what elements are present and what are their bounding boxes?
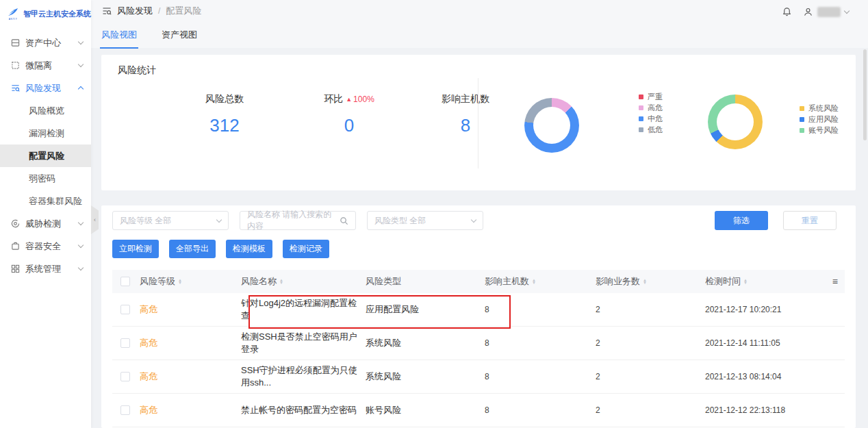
user-menu[interactable] [803, 7, 849, 17]
detect-record-button[interactable]: 检测记录 [283, 240, 329, 258]
risk-type: 系统风险 [366, 337, 485, 349]
risk-name[interactable]: 禁止帐号的密码配置为空密码 [241, 404, 366, 416]
sidebar-item-threat-detection[interactable]: 威胁检测 [0, 212, 91, 235]
delta-value: 100% [353, 95, 374, 104]
sidebar-subitem-config-risk[interactable]: 配置风险 [0, 144, 91, 167]
risk-level-badge: 高危 [140, 370, 241, 383]
header-risk-name[interactable]: 风险名称▲▼ [241, 275, 366, 288]
risk-level-badge: 高危 [140, 303, 241, 316]
risk-type-legend: 系统风险 应用风险 账号风险 [800, 104, 839, 134]
breadcrumb-section[interactable]: 风险发现 [117, 5, 153, 17]
detect-template-button[interactable]: 检测模板 [226, 240, 272, 258]
app-screen: ANTIY 智甲云主机安全系统 资产中心 微隔离 [0, 0, 868, 428]
legend-marker [639, 116, 643, 121]
stats-title: 风险统计 [118, 64, 156, 77]
select-all-checkbox[interactable] [120, 277, 130, 286]
reset-button[interactable]: 重置 [783, 211, 837, 230]
sidebar-item-asset-center[interactable]: 资产中心 [0, 32, 91, 54]
filter-button[interactable]: 筛选 [715, 211, 768, 230]
legend-item-low[interactable]: 低危 [639, 125, 663, 134]
sort-icon[interactable]: ▲▼ [178, 279, 182, 284]
detect-now-button[interactable]: 立即检测 [112, 240, 159, 258]
affected-hosts-count: 8 [485, 338, 596, 348]
header-label: 风险类型 [366, 275, 401, 288]
sort-icon[interactable]: ▲▼ [643, 279, 647, 284]
sidebar-item-label: 微隔离 [25, 60, 73, 72]
affected-services-count: 2 [596, 305, 705, 314]
stat-value: 8 [411, 115, 520, 136]
risk-level-donut-chart[interactable] [524, 98, 579, 153]
table-row[interactable]: 高危 针对Log4j2的远程漏洞配置检查 应用配置风险 8 2 2021-12-… [112, 293, 845, 327]
notification-bell-icon[interactable] [782, 7, 792, 17]
legend-marker [639, 95, 643, 99]
view-tabs: 风险视图 资产视图 [100, 25, 199, 49]
header-risk-level[interactable]: 风险等级▲▼ [140, 275, 241, 288]
legend-label: 高危 [648, 103, 663, 113]
row-checkbox[interactable] [120, 405, 130, 415]
chevron-down-icon [216, 216, 222, 222]
risk-type-donut-chart[interactable] [708, 95, 763, 149]
export-all-button[interactable]: 全部导出 [169, 240, 216, 258]
header-detect-time[interactable]: 检测时间▲▼ [705, 275, 831, 288]
sort-icon[interactable]: ▲▼ [743, 279, 748, 284]
legend-label: 账号风险 [808, 125, 839, 136]
table-row[interactable]: 高危 SSH守护进程必须配置为只使用ssh... 系统风险 8 2 2021-1… [112, 360, 845, 394]
affected-hosts-count: 8 [485, 305, 596, 314]
sidebar-subitem-vuln-detection[interactable]: 漏洞检测 [0, 122, 91, 144]
sidebar-item-container-security[interactable]: 容器安全 [0, 235, 91, 257]
risk-level-select[interactable]: 风险等级 全部 [112, 211, 229, 230]
legend-item-medium[interactable]: 中危 [639, 114, 663, 123]
stat-affected-hosts: 影响主机数 8 [411, 93, 520, 136]
sidebar-subitem-risk-overview[interactable]: 风险概览 [0, 99, 91, 122]
sidebar-item-system-management[interactable]: 系统管理 [0, 257, 91, 280]
legend-item-account-risk[interactable]: 账号风险 [800, 126, 839, 134]
table-row[interactable]: 高危 禁止帐号的密码配置为空密码 账号风险 8 2 2021-12-12 22:… [112, 394, 845, 427]
legend-item-system-risk[interactable]: 系统风险 [800, 104, 839, 112]
risk-name[interactable]: SSH守护进程必须配置为只使用ssh... [241, 364, 366, 389]
legend-marker [639, 127, 643, 132]
sort-icon[interactable]: ▲▼ [532, 279, 536, 284]
sidebar-item-label: 容器安全 [25, 240, 73, 253]
asset-center-icon [10, 38, 20, 48]
header-label: 检测时间 [705, 275, 741, 288]
affected-services-count: 2 [596, 372, 705, 381]
sidebar-item-micro-isolation[interactable]: 微隔离 [0, 54, 91, 77]
scrollbar-thumb[interactable] [863, 49, 867, 140]
row-checkbox[interactable] [120, 305, 130, 314]
stat-value: 0 [294, 115, 404, 136]
legend-item-critical[interactable]: 严重 [639, 92, 663, 101]
topbar: 风险发现 / 配置风险 风险视图 资产视图 [91, 0, 868, 48]
tab-risk-view[interactable]: 风险视图 [100, 25, 138, 49]
sidebar-item-risk-discovery[interactable]: 风险发现 [0, 77, 91, 99]
risk-name[interactable]: 针对Log4j2的远程漏洞配置检查 [241, 297, 366, 322]
detect-time: 2021-12-17 10:20:21 [705, 305, 831, 314]
sidebar-collapse-handle[interactable]: ‹ [91, 205, 99, 234]
sort-icon[interactable]: ▲▼ [279, 279, 283, 284]
header-label: 风险名称 [241, 275, 277, 288]
sidebar-subitem-weak-password[interactable]: 弱密码 [0, 167, 91, 190]
header-affected-hosts[interactable]: 影响主机数▲▼ [485, 275, 596, 288]
row-checkbox[interactable] [120, 338, 130, 348]
risk-name[interactable]: 检测SSH是否禁止空密码用户登录 [241, 331, 366, 355]
system-management-icon [10, 264, 20, 274]
tab-asset-view[interactable]: 资产视图 [160, 25, 199, 49]
risk-level-badge: 高危 [140, 404, 241, 416]
table-row[interactable]: 高危 检测SSH是否禁止空密码用户登录 系统风险 8 2 2021-12-14 … [112, 327, 845, 360]
sidebar-subitem-container-cluster-risk[interactable]: 容器集群风险 [0, 190, 91, 212]
legend-label: 低危 [648, 125, 663, 135]
header-affected-services[interactable]: 影响业务数▲▼ [596, 275, 705, 288]
app-title: 智甲云主机安全系统 [23, 9, 91, 19]
legend-item-high[interactable]: 高危 [639, 103, 663, 112]
header-risk-type: 风险类型 [366, 275, 485, 288]
username-redacted [817, 7, 841, 17]
row-checkbox[interactable] [120, 372, 130, 381]
affected-hosts-count: 8 [485, 372, 596, 381]
risk-type-select[interactable]: 风险类型 全部 [367, 211, 483, 230]
risk-name-search-input[interactable]: 风险名称 请输入搜索的内容 [240, 211, 356, 230]
logo-subtext: ANTIY [9, 17, 18, 21]
legend-item-app-risk[interactable]: 应用风险 [800, 115, 839, 123]
chevron-down-icon [78, 220, 84, 225]
sidebar-menu: 资产中心 微隔离 风险发现 风险概览 漏洞检测 配置风险 弱密码 容 [0, 32, 91, 280]
column-settings-icon[interactable]: ≡ [832, 276, 838, 287]
up-triangle-icon: ▲ [346, 96, 352, 103]
